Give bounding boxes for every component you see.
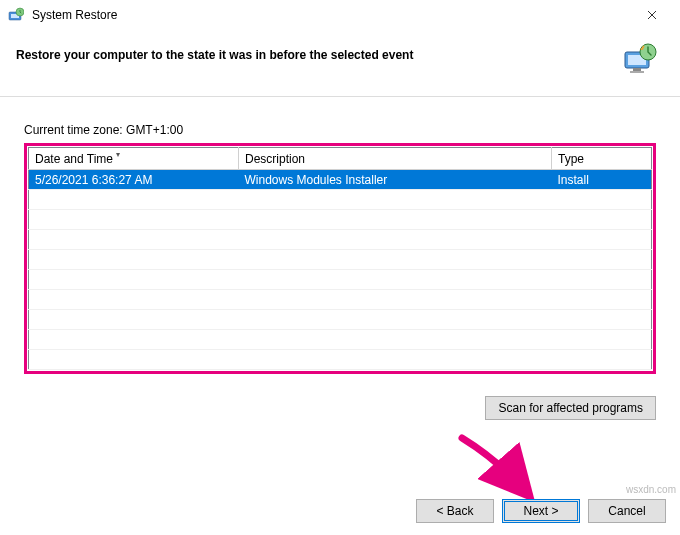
titlebar: System Restore [0, 0, 680, 30]
header-area: Restore your computer to the state it wa… [0, 30, 680, 97]
table-row[interactable] [29, 230, 652, 250]
column-header-description[interactable]: Description [239, 148, 552, 170]
restore-points-table[interactable]: Date and Time ▾ Description Type 5/26/20… [28, 147, 652, 370]
header-heading: Restore your computer to the state it wa… [16, 42, 622, 62]
column-header-date[interactable]: Date and Time ▾ [29, 148, 239, 170]
cell-date: 5/26/2021 6:36:27 AM [29, 170, 239, 190]
sort-indicator-icon: ▾ [116, 150, 120, 159]
table-row[interactable] [29, 210, 652, 230]
close-button[interactable] [632, 1, 672, 29]
table-row[interactable] [29, 270, 652, 290]
table-row[interactable] [29, 350, 652, 370]
cell-description: Windows Modules Installer [239, 170, 552, 190]
cancel-button[interactable]: Cancel [588, 499, 666, 523]
restore-monitor-icon [622, 42, 658, 78]
table-row[interactable] [29, 250, 652, 270]
close-icon [647, 10, 657, 20]
column-header-type[interactable]: Type [552, 148, 652, 170]
system-restore-icon [8, 7, 24, 23]
scan-affected-button[interactable]: Scan for affected programs [485, 396, 656, 420]
window-title: System Restore [32, 8, 632, 22]
scan-row: Scan for affected programs [24, 396, 656, 420]
table-row[interactable] [29, 330, 652, 350]
watermark: wsxdn.com [626, 484, 676, 495]
annotation-arrow-icon [448, 430, 548, 510]
table-row[interactable] [29, 190, 652, 210]
restore-points-highlight: Date and Time ▾ Description Type 5/26/20… [24, 143, 656, 374]
table-row[interactable]: 5/26/2021 6:36:27 AMWindows Modules Inst… [29, 170, 652, 190]
content-area: Current time zone: GMT+1:00 Date and Tim… [0, 97, 680, 430]
cell-type: Install [552, 170, 652, 190]
svg-rect-6 [630, 71, 644, 73]
table-row[interactable] [29, 310, 652, 330]
timezone-label: Current time zone: GMT+1:00 [24, 123, 656, 137]
svg-rect-5 [633, 68, 641, 71]
back-button[interactable]: < Back [416, 499, 494, 523]
next-button[interactable]: Next > [502, 499, 580, 523]
table-header-row: Date and Time ▾ Description Type [29, 148, 652, 170]
column-header-date-label: Date and Time [35, 152, 113, 166]
table-body: 5/26/2021 6:36:27 AMWindows Modules Inst… [29, 170, 652, 370]
wizard-footer: < Back Next > Cancel [416, 499, 666, 523]
table-row[interactable] [29, 290, 652, 310]
